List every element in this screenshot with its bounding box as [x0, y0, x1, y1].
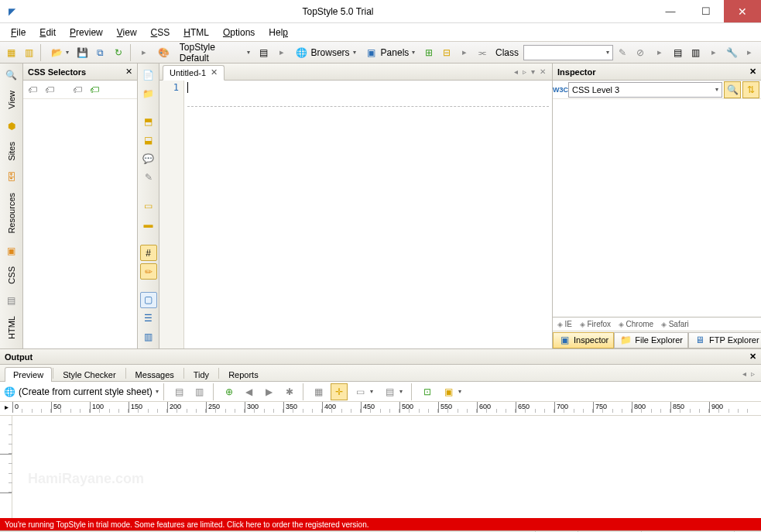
- preview-dim-button[interactable]: ⊡: [419, 383, 436, 400]
- refresh-button[interactable]: ↻: [111, 44, 127, 61]
- preview-zoom-dropdown[interactable]: ▤▾: [380, 383, 406, 400]
- sidebar-tab-sites[interactable]: Sites: [5, 135, 19, 167]
- vt-layout-full-icon[interactable]: ▢: [140, 292, 157, 308]
- settings-button[interactable]: 🔧: [724, 44, 740, 61]
- maximize-button[interactable]: ☐: [688, 0, 724, 22]
- preview-device-dropdown[interactable]: ▭▾: [351, 383, 377, 400]
- theme-selector[interactable]: TopStyle Default▾: [176, 44, 254, 61]
- inspector-sort-button[interactable]: ⇅: [742, 81, 759, 98]
- vt-layout-cols-icon[interactable]: ▥: [140, 329, 157, 345]
- output-next-icon[interactable]: ▹: [751, 369, 755, 378]
- browser-ie[interactable]: IE: [557, 320, 572, 328]
- tab-next-icon[interactable]: ▹: [523, 67, 526, 76]
- class-remove-button[interactable]: ⊘: [632, 44, 649, 61]
- preview-grid-button[interactable]: ▦: [310, 383, 327, 400]
- output-tab-reports[interactable]: Reports: [220, 367, 267, 382]
- vt-block-icon[interactable]: ▭: [140, 197, 157, 214]
- save-all-button[interactable]: ⧉: [92, 44, 108, 61]
- overflow-5[interactable]: ▸: [705, 44, 722, 61]
- vt-insert-below-icon[interactable]: ⬓: [140, 132, 157, 149]
- output-close-icon[interactable]: ✕: [749, 352, 756, 362]
- magnifier-icon[interactable]: 🔍: [3, 67, 20, 84]
- layout-2-button[interactable]: ⊟: [438, 44, 454, 61]
- vt-hash-icon[interactable]: #: [140, 245, 157, 261]
- vt-edit-icon[interactable]: ✎: [140, 170, 157, 186]
- menu-html[interactable]: HTML: [177, 26, 215, 39]
- theme-config-button[interactable]: ▤: [255, 44, 272, 61]
- preview-forward-button[interactable]: ▶: [261, 383, 278, 400]
- vt-span-icon[interactable]: ▬: [140, 217, 157, 233]
- validate-1-button[interactable]: ▤: [670, 44, 686, 61]
- tab-prev-icon[interactable]: ◂: [514, 67, 518, 76]
- close-button[interactable]: ✕: [724, 0, 761, 22]
- sidebar-tab-view[interactable]: View: [5, 84, 19, 116]
- vt-layout-rows-icon[interactable]: ☰: [140, 311, 157, 327]
- tab-list-icon[interactable]: ▾: [531, 67, 535, 76]
- bottom-tab-file-explorer[interactable]: 📁File Explorer: [614, 332, 688, 348]
- html-icon[interactable]: ▤: [3, 292, 20, 309]
- new-html-button[interactable]: ▥: [21, 44, 37, 61]
- vt-folder-icon[interactable]: 📁: [140, 85, 157, 101]
- layout-1-button[interactable]: ⊞: [420, 44, 437, 61]
- output-tab-messages[interactable]: Messages: [127, 367, 183, 382]
- validate-2-button[interactable]: ▥: [687, 44, 704, 61]
- inspector-filter-button[interactable]: 🔍: [724, 81, 741, 98]
- preview-back-button[interactable]: ◀: [241, 383, 258, 400]
- overflow-4[interactable]: ▸: [652, 44, 668, 61]
- editor-tab-untitled[interactable]: Untitled-1 ✕: [163, 65, 225, 81]
- sidebar-tab-css[interactable]: CSS: [5, 259, 19, 291]
- create-dropdown[interactable]: (Create from current style sheet)▾: [19, 386, 159, 397]
- resources-icon[interactable]: 🗄: [3, 169, 20, 186]
- overflow-1[interactable]: ▸: [136, 44, 153, 61]
- output-tab-preview[interactable]: Preview: [5, 367, 52, 382]
- menu-preview[interactable]: Preview: [63, 26, 109, 39]
- spec-level-combo[interactable]: CSS Level 3▾: [568, 82, 722, 98]
- preview-btn1[interactable]: ▤: [171, 383, 188, 400]
- inspector-close-icon[interactable]: ✕: [749, 67, 756, 77]
- preview-crosshair-button[interactable]: ✛: [331, 383, 348, 400]
- chrome-icon[interactable]: 🌐: [3, 386, 15, 398]
- menu-help[interactable]: Help: [262, 26, 294, 39]
- editor-tab-close-icon[interactable]: ✕: [211, 67, 218, 77]
- output-tab-style-checker[interactable]: Style Checker: [54, 367, 124, 382]
- class-combo[interactable]: ▾: [523, 45, 612, 60]
- sidebar-tab-html[interactable]: HTML: [5, 309, 19, 346]
- overflow-6[interactable]: ▸: [742, 44, 758, 61]
- overflow-2[interactable]: ▸: [273, 44, 290, 61]
- save-button[interactable]: 💾: [74, 44, 91, 61]
- menu-css[interactable]: CSS: [145, 26, 177, 39]
- editor-body[interactable]: 1: [159, 81, 552, 348]
- link-button[interactable]: ⫘: [475, 44, 491, 61]
- preview-size-dropdown[interactable]: ▣▾: [439, 383, 465, 400]
- minimize-button[interactable]: —: [653, 0, 688, 22]
- bottom-tab-inspector[interactable]: ▣Inspector: [553, 332, 614, 348]
- vt-comment-icon[interactable]: 💬: [140, 151, 157, 167]
- output-tab-tidy[interactable]: Tidy: [185, 367, 218, 382]
- preview-config-button[interactable]: ✱: [281, 383, 298, 400]
- tag-add-icon[interactable]: 🏷: [88, 84, 101, 96]
- sidebar-tab-resources[interactable]: Resources: [5, 186, 19, 241]
- preview-add-button[interactable]: ⊕: [221, 383, 238, 400]
- css-selectors-close-icon[interactable]: ✕: [125, 67, 132, 77]
- overflow-3[interactable]: ▸: [457, 44, 473, 61]
- browser-safari[interactable]: Safari: [661, 320, 689, 328]
- vt-brush-icon[interactable]: ✏: [140, 263, 157, 280]
- ruler-marker-icon[interactable]: ▸: [5, 403, 9, 411]
- new-css-button[interactable]: ▦: [3, 44, 19, 61]
- preview-btn2[interactable]: ▥: [191, 383, 208, 400]
- tag-single-icon[interactable]: 🏷: [71, 84, 84, 96]
- bottom-tab-ftp-explorer[interactable]: 🖥FTP Explorer: [688, 332, 761, 348]
- open-button[interactable]: 📂▾: [46, 44, 73, 61]
- browser-chrome[interactable]: Chrome: [619, 320, 653, 328]
- tab-close-icon[interactable]: ✕: [540, 67, 546, 76]
- tag-grey-icon[interactable]: 🏷: [26, 84, 39, 96]
- theme-button[interactable]: 🎨: [154, 44, 174, 61]
- editor-code-area[interactable]: [184, 81, 552, 348]
- browser-firefox[interactable]: Firefox: [580, 320, 611, 328]
- menu-edit[interactable]: Edit: [33, 26, 62, 39]
- menu-options[interactable]: Options: [217, 26, 261, 39]
- trial-notice-bar[interactable]: You're running TopStyle in trial mode. S…: [0, 518, 761, 530]
- vt-file-icon[interactable]: 📄: [140, 67, 157, 83]
- preview-canvas[interactable]: HamiRayane.com: [12, 416, 761, 518]
- sites-icon[interactable]: ⬢: [3, 118, 20, 135]
